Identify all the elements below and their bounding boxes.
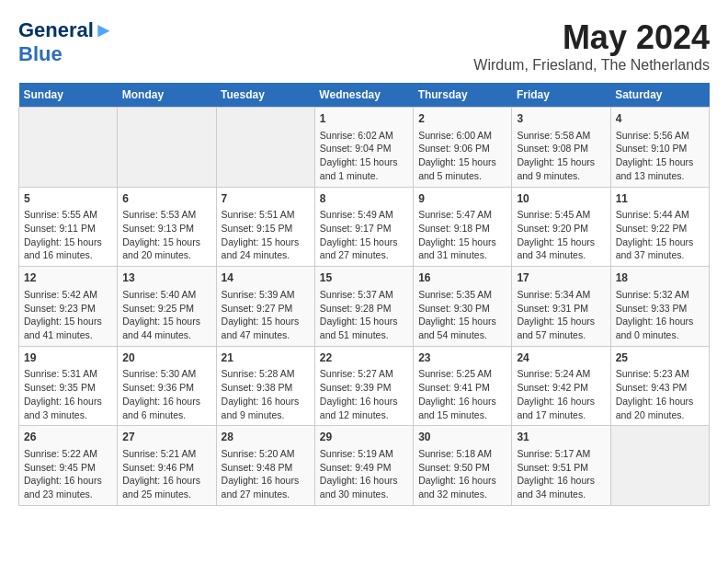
sunset-text: Sunset: 9:49 PM	[320, 461, 408, 475]
sunset-text: Sunset: 9:30 PM	[418, 302, 506, 316]
sunrise-text: Sunrise: 6:02 AM	[320, 129, 408, 143]
sunset-text: Sunset: 9:28 PM	[320, 302, 408, 316]
calendar-cell: 10Sunrise: 5:45 AMSunset: 9:20 PMDayligh…	[512, 187, 610, 267]
calendar-cell: 30Sunrise: 5:18 AMSunset: 9:50 PMDayligh…	[414, 426, 512, 506]
week-row-1: 1Sunrise: 6:02 AMSunset: 9:04 PMDaylight…	[19, 108, 710, 188]
calendar-cell: 9Sunrise: 5:47 AMSunset: 9:18 PMDaylight…	[414, 187, 512, 267]
calendar-cell: 5Sunrise: 5:55 AMSunset: 9:11 PMDaylight…	[19, 187, 118, 267]
daylight-text: Daylight: 16 hours and 15 minutes.	[418, 395, 506, 421]
day-number: 28	[222, 430, 310, 445]
daylight-text: Daylight: 15 hours and 51 minutes.	[320, 315, 408, 341]
sunrise-text: Sunrise: 5:22 AM	[24, 447, 112, 461]
calendar-cell: 24Sunrise: 5:24 AMSunset: 9:42 PMDayligh…	[512, 346, 610, 426]
weekday-header-sunday: Sunday	[19, 83, 118, 108]
day-number: 10	[517, 191, 605, 207]
calendar-cell: 4Sunrise: 5:56 AMSunset: 9:10 PMDaylight…	[610, 108, 709, 188]
daylight-text: Daylight: 15 hours and 16 minutes.	[24, 236, 112, 262]
week-row-4: 19Sunrise: 5:31 AMSunset: 9:35 PMDayligh…	[19, 346, 710, 426]
sunrise-text: Sunrise: 5:23 AM	[616, 367, 704, 381]
sunset-text: Sunset: 9:50 PM	[418, 461, 506, 475]
sunset-text: Sunset: 9:48 PM	[222, 461, 310, 475]
daylight-text: Daylight: 15 hours and 41 minutes.	[24, 315, 112, 341]
weekday-header-wednesday: Wednesday	[314, 83, 413, 108]
sunset-text: Sunset: 9:27 PM	[222, 302, 310, 316]
sunset-text: Sunset: 9:18 PM	[418, 222, 506, 236]
day-number: 11	[616, 191, 704, 207]
calendar-cell: 8Sunrise: 5:49 AMSunset: 9:17 PMDaylight…	[314, 187, 413, 267]
sunset-text: Sunset: 9:17 PM	[320, 222, 408, 236]
sunset-text: Sunset: 9:46 PM	[122, 461, 210, 475]
daylight-text: Daylight: 16 hours and 30 minutes.	[320, 474, 408, 500]
sunrise-text: Sunrise: 5:49 AM	[320, 208, 408, 222]
sunrise-text: Sunrise: 5:53 AM	[122, 208, 210, 222]
calendar-cell: 16Sunrise: 5:35 AMSunset: 9:30 PMDayligh…	[414, 267, 512, 347]
sunset-text: Sunset: 9:43 PM	[616, 381, 704, 395]
daylight-text: Daylight: 15 hours and 20 minutes.	[122, 236, 210, 262]
sunset-text: Sunset: 9:41 PM	[418, 381, 506, 395]
sunrise-text: Sunrise: 5:32 AM	[616, 288, 704, 302]
daylight-text: Daylight: 16 hours and 34 minutes.	[517, 474, 605, 500]
day-number: 25	[616, 350, 704, 366]
sunrise-text: Sunrise: 5:25 AM	[418, 367, 506, 381]
calendar-cell: 15Sunrise: 5:37 AMSunset: 9:28 PMDayligh…	[314, 267, 413, 347]
sunrise-text: Sunrise: 5:27 AM	[320, 367, 408, 381]
daylight-text: Daylight: 15 hours and 24 minutes.	[222, 236, 310, 262]
page-header: General► Blue May 2024 Wirdum, Friesland…	[18, 18, 710, 74]
day-number: 16	[418, 270, 506, 286]
calendar-cell: 3Sunrise: 5:58 AMSunset: 9:08 PMDaylight…	[512, 108, 610, 188]
sunset-text: Sunset: 9:42 PM	[517, 381, 605, 395]
daylight-text: Daylight: 16 hours and 12 minutes.	[320, 395, 408, 421]
sunset-text: Sunset: 9:33 PM	[616, 302, 704, 316]
calendar-cell: 29Sunrise: 5:19 AMSunset: 9:49 PMDayligh…	[314, 426, 413, 506]
daylight-text: Daylight: 15 hours and 9 minutes.	[517, 155, 605, 182]
sunset-text: Sunset: 9:22 PM	[616, 222, 704, 236]
calendar-cell: 21Sunrise: 5:28 AMSunset: 9:38 PMDayligh…	[216, 346, 314, 426]
daylight-text: Daylight: 16 hours and 25 minutes.	[122, 474, 210, 500]
calendar-cell: 26Sunrise: 5:22 AMSunset: 9:45 PMDayligh…	[19, 426, 118, 506]
sunrise-text: Sunrise: 5:55 AM	[24, 208, 112, 222]
sunset-text: Sunset: 9:35 PM	[24, 381, 112, 395]
sunrise-text: Sunrise: 5:20 AM	[222, 447, 310, 461]
daylight-text: Daylight: 16 hours and 9 minutes.	[222, 395, 310, 421]
sunset-text: Sunset: 9:20 PM	[517, 222, 605, 236]
sunset-text: Sunset: 9:36 PM	[122, 381, 210, 395]
calendar-cell: 17Sunrise: 5:34 AMSunset: 9:31 PMDayligh…	[512, 267, 610, 347]
calendar-cell: 23Sunrise: 5:25 AMSunset: 9:41 PMDayligh…	[414, 346, 512, 426]
sunrise-text: Sunrise: 5:18 AM	[418, 447, 506, 461]
sunrise-text: Sunrise: 5:24 AM	[517, 367, 605, 381]
logo-text: General► Blue	[18, 18, 114, 67]
sunrise-text: Sunrise: 5:19 AM	[320, 447, 408, 461]
sunset-text: Sunset: 9:39 PM	[320, 381, 408, 395]
calendar-cell: 28Sunrise: 5:20 AMSunset: 9:48 PMDayligh…	[216, 426, 314, 506]
daylight-text: Daylight: 16 hours and 6 minutes.	[122, 395, 210, 421]
daylight-text: Daylight: 16 hours and 27 minutes.	[222, 474, 310, 500]
daylight-text: Daylight: 15 hours and 27 minutes.	[320, 236, 408, 262]
sunrise-text: Sunrise: 5:37 AM	[320, 288, 408, 302]
logo: General► Blue	[18, 18, 114, 67]
daylight-text: Daylight: 15 hours and 5 minutes.	[418, 155, 506, 182]
daylight-text: Daylight: 15 hours and 37 minutes.	[616, 236, 704, 262]
sunrise-text: Sunrise: 5:58 AM	[517, 129, 605, 143]
sunrise-text: Sunrise: 5:30 AM	[122, 367, 210, 381]
calendar-cell: 2Sunrise: 6:00 AMSunset: 9:06 PMDaylight…	[414, 108, 512, 188]
day-number: 29	[320, 430, 408, 445]
daylight-text: Daylight: 16 hours and 17 minutes.	[517, 395, 605, 421]
calendar-cell	[610, 426, 709, 506]
day-number: 7	[222, 191, 310, 207]
sunrise-text: Sunrise: 5:40 AM	[122, 288, 210, 302]
calendar-cell: 14Sunrise: 5:39 AMSunset: 9:27 PMDayligh…	[216, 267, 314, 347]
day-number: 15	[320, 270, 408, 286]
week-row-5: 26Sunrise: 5:22 AMSunset: 9:45 PMDayligh…	[19, 426, 710, 506]
calendar-cell	[216, 108, 314, 188]
calendar-cell: 31Sunrise: 5:17 AMSunset: 9:51 PMDayligh…	[512, 426, 610, 506]
sunrise-text: Sunrise: 5:21 AM	[122, 447, 210, 461]
calendar-cell: 20Sunrise: 5:30 AMSunset: 9:36 PMDayligh…	[118, 346, 216, 426]
calendar-cell: 18Sunrise: 5:32 AMSunset: 9:33 PMDayligh…	[610, 267, 709, 347]
day-number: 18	[616, 270, 704, 286]
calendar-cell: 12Sunrise: 5:42 AMSunset: 9:23 PMDayligh…	[19, 267, 118, 347]
day-number: 2	[418, 111, 506, 127]
week-row-3: 12Sunrise: 5:42 AMSunset: 9:23 PMDayligh…	[19, 267, 710, 347]
daylight-text: Daylight: 15 hours and 47 minutes.	[222, 315, 310, 341]
day-number: 19	[24, 350, 112, 366]
calendar-cell: 19Sunrise: 5:31 AMSunset: 9:35 PMDayligh…	[19, 346, 118, 426]
